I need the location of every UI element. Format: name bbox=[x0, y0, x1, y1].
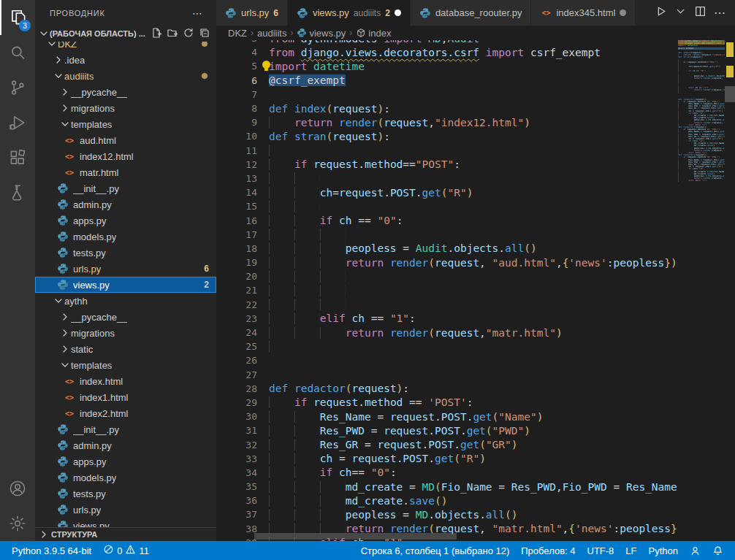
workspace-section-header[interactable]: (РАБОЧАЯ ОБЛАСТЬ) ... bbox=[35, 26, 216, 42]
tree-item-models-py[interactable]: models.py bbox=[35, 469, 216, 486]
tree-item--idea[interactable]: .idea bbox=[35, 52, 216, 68]
tree-item-index1-html[interactable]: <>index1.html bbox=[35, 389, 216, 405]
status-item[interactable]: Python 3.9.5 64-bit bbox=[6, 541, 97, 560]
code-line[interactable]: 9 return render(request,"index12.html") bbox=[216, 115, 678, 129]
code-line[interactable]: 25 bbox=[216, 340, 678, 353]
tree-item-aud-html[interactable]: <>aud.html bbox=[35, 132, 216, 148]
code-line[interactable]: 4from django.views.decorators.csrf impor… bbox=[216, 45, 678, 59]
code-line[interactable]: 12 if request.method=="POST": bbox=[216, 158, 678, 172]
code-line[interactable]: 36 md_create.save() bbox=[216, 494, 678, 507]
tree-item-admin-py[interactable]: admin.py bbox=[35, 196, 216, 212]
outline-section-header[interactable]: СТРУКТУРА bbox=[35, 527, 216, 541]
tree-item-aythh[interactable]: aythh bbox=[35, 293, 216, 309]
tree-item-index-html[interactable]: <>index.html bbox=[35, 373, 216, 389]
code-line[interactable]: 34 if ch== "0": bbox=[216, 466, 678, 480]
refresh-icon[interactable] bbox=[183, 27, 194, 40]
tree-item-index12-html[interactable]: <>index12.html bbox=[35, 148, 216, 164]
code-line[interactable]: 15 bbox=[216, 199, 678, 213]
tree-item-index2-html[interactable]: <>index2.html bbox=[35, 405, 216, 421]
code-line[interactable]: 7 bbox=[216, 88, 678, 101]
dirty-indicator[interactable] bbox=[620, 9, 626, 16]
code-line[interactable]: 5import datetime bbox=[216, 59, 678, 73]
code-line[interactable]: 35 md_create = MD(Fio_Name = Res_PWD,Fio… bbox=[216, 480, 678, 494]
status-item[interactable]: Python bbox=[643, 541, 684, 560]
code-line[interactable]: 29 if request.method == 'POST': bbox=[216, 396, 678, 410]
dirty-indicator[interactable] bbox=[395, 9, 401, 16]
breadcrumb-item[interactable]: views.py bbox=[309, 28, 346, 39]
run-icon[interactable] bbox=[655, 5, 667, 20]
code-line[interactable]: 24 return render(request,"matr.html") bbox=[216, 326, 678, 340]
code-line[interactable]: 28def redactor(request): bbox=[216, 382, 678, 396]
code-line[interactable]: 6@csrf_exempt bbox=[216, 74, 678, 88]
tree-item-urls-py[interactable]: urls.py bbox=[35, 502, 216, 518]
code-line[interactable]: 21 bbox=[216, 283, 678, 297]
status-item[interactable]: Строка 6, столбец 1 (выбрано 12) bbox=[355, 541, 516, 560]
tree-item-DKZ[interactable]: DKZ bbox=[35, 42, 216, 52]
tab-views-py[interactable]: views.pyaudiiits2 bbox=[288, 0, 411, 26]
code-line[interactable]: 8def index(request): bbox=[216, 101, 678, 115]
overview-ruler[interactable] bbox=[725, 26, 735, 541]
activity-source-control[interactable] bbox=[0, 70, 35, 105]
tree-item--init-py[interactable]: __init__.py bbox=[35, 421, 216, 437]
code-line[interactable]: 13 bbox=[216, 172, 678, 185]
code-line[interactable]: 23 elif ch == "1": bbox=[216, 312, 678, 326]
tree-item-audiiits[interactable]: audiiits bbox=[35, 68, 216, 84]
collapse-all-icon[interactable] bbox=[199, 27, 210, 40]
code-line[interactable]: 18 peopless = Audit.objects.all() bbox=[216, 242, 678, 256]
tree-item--pycache-[interactable]: __pycache__ bbox=[35, 84, 216, 100]
code-line[interactable]: 27 bbox=[216, 368, 678, 382]
tab-database-roouter-py[interactable]: database_roouter.py bbox=[411, 0, 532, 26]
feedback-icon[interactable] bbox=[684, 541, 707, 560]
code-line[interactable]: 16 if ch == "0": bbox=[216, 213, 678, 227]
new-folder-icon[interactable] bbox=[167, 27, 178, 40]
tree-item-migrations[interactable]: migrations bbox=[35, 325, 216, 341]
code-line[interactable]: 14 ch=request.POST.get("R") bbox=[216, 185, 678, 199]
tree-item-views-py[interactable]: views.py2 bbox=[35, 277, 216, 293]
breadcrumb-item[interactable]: index bbox=[368, 28, 391, 39]
code-line[interactable]: 17 bbox=[216, 228, 678, 242]
tree-item-views-py[interactable]: views.py bbox=[35, 518, 216, 527]
minimap[interactable]: from aythh.models import MD,Auditfrom dj… bbox=[678, 40, 725, 541]
code-line[interactable]: 26 bbox=[216, 353, 678, 367]
activity-run-debug[interactable] bbox=[0, 105, 35, 140]
sidebar-more-button[interactable]: ⋯ bbox=[192, 7, 203, 19]
tree-item-matr-html[interactable]: <>matr.html bbox=[35, 164, 216, 180]
tab-index345-html[interactable]: <>index345.html bbox=[531, 0, 636, 26]
code-line[interactable]: 10def stran(request): bbox=[216, 129, 678, 143]
status-item[interactable]: Пробелов: 4 bbox=[515, 541, 581, 560]
activity-testing[interactable] bbox=[0, 175, 35, 210]
tree-item-models-py[interactable]: models.py bbox=[35, 229, 216, 245]
activity-explorer[interactable]: 3 bbox=[0, 0, 35, 35]
breadcrumb-item[interactable]: audiiits bbox=[257, 28, 286, 39]
activity-account[interactable] bbox=[0, 471, 35, 506]
problems-status[interactable]: 011 bbox=[97, 541, 155, 560]
tree-item-apps-py[interactable]: apps.py bbox=[35, 453, 216, 469]
tree-item-templates[interactable]: templates bbox=[35, 116, 216, 132]
tree-item-tests-py[interactable]: tests.py bbox=[35, 245, 216, 261]
tree-item-apps-py[interactable]: apps.py bbox=[35, 212, 216, 229]
code-area[interactable]: 3from aythh.models import MD,Audit4from … bbox=[216, 40, 678, 541]
tree-item--pycache-[interactable]: __pycache__ bbox=[35, 309, 216, 325]
activity-settings[interactable] bbox=[0, 506, 35, 541]
code-line[interactable]: 31 Res_PWD = request.POST.get("PWD") bbox=[216, 423, 678, 437]
tree-item-migrations[interactable]: migrations bbox=[35, 100, 216, 116]
code-line[interactable]: 11 bbox=[216, 144, 678, 158]
status-item[interactable]: LF bbox=[620, 541, 642, 560]
code-line[interactable]: 3from aythh.models import MD,Audit bbox=[216, 40, 678, 45]
scrollbar-thumb[interactable] bbox=[725, 86, 735, 102]
tree-item-static[interactable]: static bbox=[35, 341, 216, 357]
activity-extensions[interactable] bbox=[0, 140, 35, 175]
code-line[interactable]: 20 bbox=[216, 269, 678, 283]
code-line[interactable]: 32 Res_GR = request.POST.get("GR") bbox=[216, 437, 678, 451]
bell-icon[interactable] bbox=[707, 541, 729, 560]
tree-item-templates[interactable]: templates bbox=[35, 357, 216, 373]
more-actions[interactable]: ⋯ bbox=[714, 6, 726, 20]
tab-urls-py[interactable]: urls.py6 bbox=[216, 0, 288, 26]
code-line[interactable]: 22 bbox=[216, 298, 678, 312]
horizontal-scrollbar[interactable] bbox=[254, 533, 457, 540]
status-item[interactable]: UTF-8 bbox=[582, 541, 620, 560]
tree-item-urls-py[interactable]: urls.py6 bbox=[35, 261, 216, 277]
tree-item-admin-py[interactable]: admin.py bbox=[35, 437, 216, 453]
lightbulb-icon[interactable] bbox=[262, 61, 271, 72]
new-file-icon[interactable] bbox=[151, 27, 162, 40]
